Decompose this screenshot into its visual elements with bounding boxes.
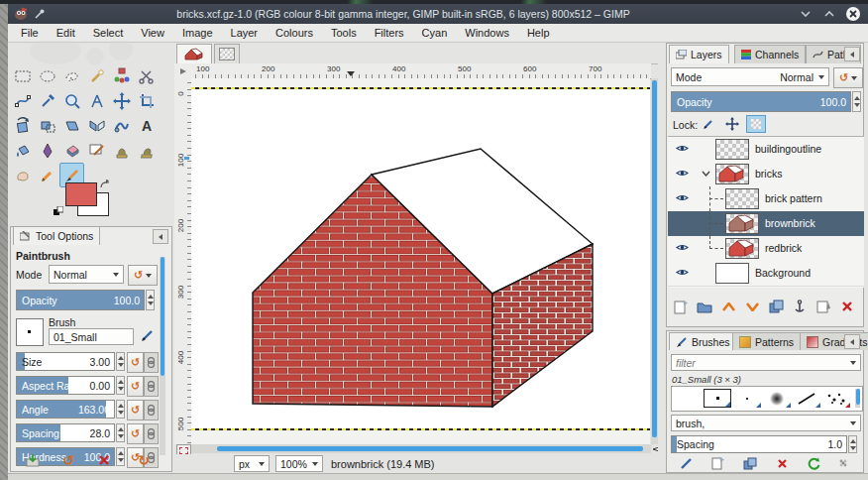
aspect-ratio-spinner[interactable] xyxy=(116,376,125,395)
tab-brushes[interactable]: Brushes xyxy=(669,332,737,350)
brush-filter-input[interactable]: filter xyxy=(671,354,861,371)
layer-group-expander-icon[interactable] xyxy=(702,171,710,177)
layers-menu-button[interactable] xyxy=(844,47,860,61)
opacity-spinner[interactable] xyxy=(146,290,155,310)
duplicate-layer-icon[interactable] xyxy=(766,298,786,315)
lock-position-icon[interactable] xyxy=(722,115,742,133)
rectangle-select-tool-icon[interactable] xyxy=(10,63,35,88)
menu-select[interactable]: Select xyxy=(84,25,133,41)
zoom-select[interactable]: 100% xyxy=(275,455,323,472)
brush-spacing-spinner[interactable] xyxy=(848,435,857,453)
menu-layer[interactable]: Layer xyxy=(222,25,268,41)
menu-image[interactable]: Image xyxy=(173,25,222,41)
mypaint-brush-tool-icon[interactable] xyxy=(84,138,109,163)
paths-tool-icon[interactable] xyxy=(10,88,35,113)
swap-colors-icon[interactable] xyxy=(99,180,111,189)
rotate-tool-icon[interactable] xyxy=(10,113,35,138)
hardness-spinner[interactable] xyxy=(116,447,125,466)
unit-select[interactable]: px xyxy=(234,455,270,472)
brush-spacing-slider[interactable]: Spacing 1.0 xyxy=(671,435,847,453)
scissors-select-tool-icon[interactable] xyxy=(134,63,159,88)
brushes-menu-button[interactable] xyxy=(844,334,860,349)
layer-opacity-slider[interactable]: Opacity 100.0 xyxy=(671,91,851,112)
layer-opacity-spinner[interactable] xyxy=(852,91,861,112)
tab-tool-options[interactable]: Tool Options xyxy=(13,226,100,245)
angle-spinner[interactable] xyxy=(116,400,125,419)
eraser-tool-icon[interactable] xyxy=(59,138,84,163)
aspect-ratio-slider[interactable]: Aspect Ratio0.00 xyxy=(16,376,115,395)
menu-view[interactable]: View xyxy=(132,25,173,41)
bucket-fill-tool-icon[interactable] xyxy=(10,138,35,163)
duplicate-brush-icon[interactable] xyxy=(740,454,760,472)
edit-brush-icon[interactable] xyxy=(140,327,156,343)
edit-brush-button-icon[interactable] xyxy=(677,454,697,472)
spacing-spinner[interactable] xyxy=(116,423,125,442)
aspect-ratio-link-button[interactable] xyxy=(144,376,159,397)
flip-tool-icon[interactable] xyxy=(84,113,109,138)
raise-layer-icon[interactable] xyxy=(718,298,738,315)
horizontal-ruler[interactable]: 100200300400500600700 xyxy=(191,63,651,79)
size-link-button[interactable] xyxy=(144,352,159,373)
handle-transform-tool-icon[interactable] xyxy=(109,113,134,138)
brush-cell-blank[interactable] xyxy=(674,389,702,408)
brush-cell-stroke[interactable] xyxy=(793,389,820,408)
fuzzy-select-tool-icon[interactable] xyxy=(84,63,109,88)
scale-tool-icon[interactable] xyxy=(35,113,59,138)
layer-mode-reset-button[interactable]: ↺ xyxy=(833,67,863,88)
vertical-ruler[interactable]: 0100200300400500 xyxy=(174,78,192,444)
menu-cyan[interactable]: Cyan xyxy=(413,25,457,41)
lock-paint-icon[interactable] xyxy=(699,115,718,133)
zoom-tool-icon[interactable] xyxy=(59,88,84,113)
delete-brush-icon[interactable] xyxy=(772,454,792,472)
spacing-slider[interactable]: Spacing28.0 xyxy=(16,423,115,442)
tab-channels[interactable]: Channels xyxy=(734,45,806,63)
layer-row-brick-pattern[interactable]: brick pattern xyxy=(668,186,864,212)
horizontal-scrollbar[interactable] xyxy=(191,444,651,453)
layer-row-buildingoutline[interactable]: buildingoutline xyxy=(668,137,864,163)
size-spinner[interactable] xyxy=(116,352,125,371)
layer-visibility-toggle[interactable] xyxy=(676,218,690,228)
ink-tool-icon[interactable] xyxy=(35,138,59,163)
brush-name-field[interactable]: 01_Small xyxy=(49,328,134,345)
open-brush-grid-icon[interactable] xyxy=(833,454,853,472)
foreground-color-swatch[interactable] xyxy=(65,182,97,206)
minimize-icon[interactable] xyxy=(797,6,814,22)
menu-colours[interactable]: Colours xyxy=(267,25,322,41)
brush-preview[interactable] xyxy=(16,318,44,346)
size-reset-button[interactable]: ↺ xyxy=(127,352,144,373)
brush-grid-scrollbar[interactable] xyxy=(855,389,860,408)
tool-options-menu-button[interactable] xyxy=(153,229,168,244)
menu-tools[interactable]: Tools xyxy=(322,25,366,41)
lock-alpha-icon[interactable] xyxy=(746,115,766,133)
menu-edit[interactable]: Edit xyxy=(48,25,84,41)
paint-mode-select[interactable]: Normal xyxy=(49,265,124,284)
restore-tool-preset-icon[interactable]: ↺ xyxy=(58,451,78,469)
brush-cell-fuzzy[interactable] xyxy=(763,389,791,408)
layer-visibility-toggle[interactable] xyxy=(676,169,690,179)
brush-cell-scatter[interactable] xyxy=(822,389,850,408)
layer-visibility-toggle[interactable] xyxy=(676,144,690,154)
perspective-clone-tool-icon[interactable] xyxy=(134,138,159,163)
layer-row-brownbrick[interactable]: brownbrick xyxy=(668,211,864,237)
pencil-tool-icon[interactable] xyxy=(35,163,59,187)
move-tool-icon[interactable] xyxy=(109,88,134,113)
brush-tag-select[interactable]: brush, xyxy=(671,415,861,431)
angle-slider[interactable]: Angle163.00 xyxy=(16,400,115,419)
smudge-tool-icon[interactable] xyxy=(10,163,35,187)
menu-file[interactable]: File xyxy=(12,25,48,41)
spacing-link-button[interactable] xyxy=(144,423,159,444)
default-colors-icon[interactable] xyxy=(54,206,63,216)
layer-visibility-toggle[interactable] xyxy=(676,268,690,278)
shear-tool-icon[interactable] xyxy=(59,113,84,138)
image-tab-active[interactable] xyxy=(176,44,212,63)
size-slider[interactable]: Size3.00 xyxy=(16,352,115,371)
free-select-tool-icon[interactable] xyxy=(59,63,84,88)
layer-visibility-toggle[interactable] xyxy=(676,243,690,253)
menu-help[interactable]: Help xyxy=(518,25,559,41)
vertical-scrollbar[interactable] xyxy=(651,78,658,444)
tab-patterns[interactable]: Patterns xyxy=(732,332,801,350)
layer-row-bricks[interactable]: bricks xyxy=(668,162,864,187)
lower-layer-icon[interactable] xyxy=(742,298,762,315)
ellipse-select-tool-icon[interactable] xyxy=(35,63,59,88)
new-layer-icon[interactable] xyxy=(671,298,691,315)
